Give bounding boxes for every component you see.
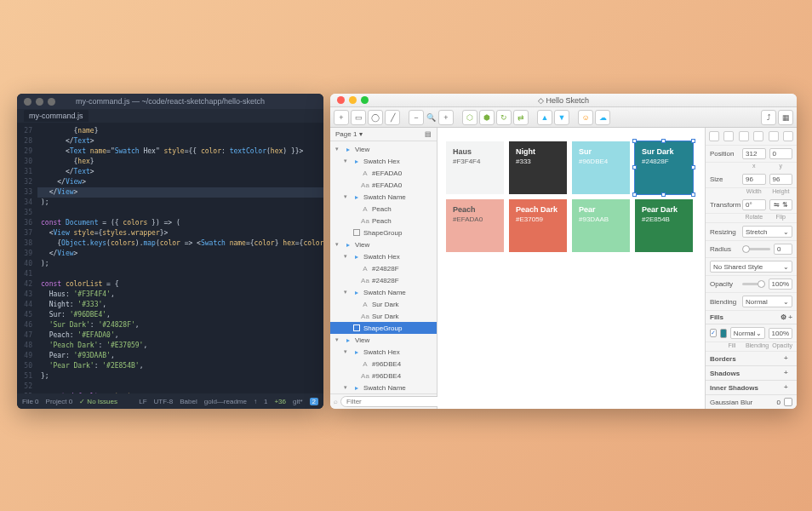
rotate-field[interactable]: 0° bbox=[742, 199, 766, 210]
shape-oval-button[interactable]: ◯ bbox=[368, 110, 383, 125]
layer-row[interactable]: ▾▸Swatch Name bbox=[330, 191, 437, 203]
layer-row[interactable]: ▾▸View bbox=[330, 238, 437, 250]
swatch[interactable]: Peach Dark#E37059 bbox=[509, 199, 567, 252]
layer-row[interactable]: Aa#24828F bbox=[330, 274, 437, 286]
add-fill-button[interactable]: + bbox=[788, 313, 792, 321]
height-field[interactable]: 96 bbox=[769, 174, 793, 185]
borders-section[interactable]: Borders+ bbox=[706, 352, 797, 366]
align-bottom-button[interactable] bbox=[783, 131, 793, 141]
shared-style-select[interactable]: No Shared Style⌄ bbox=[710, 261, 792, 273]
add-border-button[interactable]: + bbox=[784, 354, 792, 363]
layer-row[interactable]: AaPeach bbox=[330, 215, 437, 227]
fill-color-swatch[interactable] bbox=[720, 329, 727, 338]
layer-row[interactable]: ShapeGroup bbox=[330, 322, 437, 334]
layer-row[interactable]: ▾▸Swatch Name bbox=[330, 382, 437, 393]
zoom-out-button[interactable]: − bbox=[409, 110, 424, 125]
opacity-field[interactable]: 100% bbox=[769, 278, 792, 290]
swatch[interactable]: Peach#EFADA0 bbox=[446, 199, 504, 252]
layer-row[interactable]: APeach bbox=[330, 203, 437, 215]
status-project[interactable]: Project 0 bbox=[46, 398, 73, 405]
layer-row[interactable]: ▾▸Swatch Hex bbox=[330, 346, 437, 358]
forward-button[interactable]: ▲ bbox=[537, 110, 552, 125]
swatch[interactable]: Pear Dark#2E854B bbox=[635, 199, 693, 252]
layer-row[interactable]: A#EFADA0 bbox=[330, 167, 437, 179]
position-x-field[interactable]: 312 bbox=[742, 148, 766, 159]
width-field[interactable]: 96 bbox=[742, 174, 766, 185]
shape-rect-button[interactable]: ▭ bbox=[351, 110, 366, 125]
page-name[interactable]: Page 1 bbox=[335, 130, 357, 138]
shape-line-button[interactable]: ╱ bbox=[385, 110, 400, 125]
layer-row[interactable]: ASur Dark bbox=[330, 298, 437, 310]
mirror-button[interactable]: ☺ bbox=[578, 110, 593, 125]
layer-row[interactable]: Aa#EFADA0 bbox=[330, 179, 437, 191]
shadows-section[interactable]: Shadows+ bbox=[706, 366, 797, 381]
gaussian-checkbox[interactable] bbox=[784, 398, 792, 406]
layer-row[interactable]: AaSur Dark bbox=[330, 310, 437, 322]
layer-panel-header[interactable]: Page 1 ▾ ▤ bbox=[330, 128, 437, 141]
align-left-button[interactable] bbox=[709, 131, 719, 141]
view-button[interactable]: ▦ bbox=[778, 110, 793, 125]
align-middle-button[interactable] bbox=[769, 131, 779, 141]
status-git-branch[interactable]: git* bbox=[293, 398, 303, 405]
canvas[interactable]: Haus#F3F4F4Night#333Sur#96DBE4Sur Dark#2… bbox=[437, 128, 705, 409]
status-line-ending[interactable]: LF bbox=[139, 398, 146, 405]
layer-row[interactable]: ▾▸View bbox=[330, 334, 437, 346]
fill-opacity-field[interactable]: 100% bbox=[769, 328, 792, 339]
editor-titlebar[interactable]: my-command.js — ~/code/react-sketchapp/h… bbox=[17, 94, 323, 109]
export-button[interactable]: ⤴ bbox=[761, 110, 776, 125]
position-y-field[interactable]: 0 bbox=[769, 148, 793, 159]
align-top-button[interactable] bbox=[753, 131, 763, 141]
insert-button[interactable]: + bbox=[334, 110, 349, 125]
swatch[interactable]: Sur#96DBE4 bbox=[572, 141, 630, 194]
editor-body[interactable]: 2728293031323334353637383940414243444546… bbox=[17, 123, 323, 393]
filter-input[interactable] bbox=[340, 396, 449, 407]
status-linter[interactable]: 2 bbox=[310, 398, 318, 405]
add-inner-shadow-button[interactable]: + bbox=[784, 383, 792, 392]
layer-row[interactable]: Aa#96DBE4 bbox=[330, 370, 437, 382]
layer-row[interactable]: ▾▸Swatch Name bbox=[330, 286, 437, 298]
layer-tree[interactable]: ▾▸View▾▸Swatch HexA#EFADA0Aa#EFADA0▾▸Swa… bbox=[330, 141, 437, 393]
radius-field[interactable]: 0 bbox=[774, 244, 792, 255]
radius-slider[interactable] bbox=[742, 248, 770, 250]
cloud-button[interactable]: ☁ bbox=[595, 110, 610, 125]
fill-blend-select[interactable]: Normal⌄ bbox=[730, 327, 765, 339]
status-gold-readme[interactable]: gold—readme bbox=[204, 398, 247, 405]
sketch-titlebar[interactable]: ◇ Hello Sketch bbox=[330, 94, 797, 107]
add-shadow-button[interactable]: + bbox=[784, 369, 792, 377]
swatch[interactable]: Pear#93DAAB bbox=[572, 199, 630, 252]
ungroup-button[interactable]: ⬢ bbox=[479, 110, 495, 125]
align-center-button[interactable] bbox=[723, 131, 734, 141]
layer-row[interactable]: A#24828F bbox=[330, 262, 437, 274]
layer-row[interactable]: A#96DBE4 bbox=[330, 358, 437, 370]
status-file[interactable]: File 0 bbox=[22, 398, 39, 405]
inner-shadows-section[interactable]: Inner Shadows+ bbox=[706, 381, 797, 395]
editor-tab[interactable]: my-command.js bbox=[24, 110, 89, 122]
swatch[interactable]: Haus#F3F4F4 bbox=[446, 141, 504, 194]
swatch[interactable]: Sur Dark#24828F bbox=[635, 141, 693, 194]
page-menu-icon[interactable]: ▤ bbox=[425, 130, 432, 138]
layer-row[interactable]: ▾▸Swatch Hex bbox=[330, 250, 437, 262]
status-issues[interactable]: ✓ No Issues bbox=[79, 398, 117, 405]
flip-button[interactable]: ⇄ bbox=[513, 110, 529, 125]
group-button[interactable]: ⬡ bbox=[462, 110, 477, 125]
resizing-select[interactable]: Stretch⌄ bbox=[742, 226, 792, 238]
status-syntax[interactable]: Babel bbox=[180, 398, 197, 405]
layer-row[interactable]: ▾▸Swatch Hex bbox=[330, 155, 437, 167]
zoom-in-button[interactable]: + bbox=[438, 110, 454, 125]
gear-icon[interactable]: ⚙ bbox=[781, 313, 786, 321]
layer-row[interactable]: ▾▸View bbox=[330, 143, 437, 155]
fill-checkbox[interactable]: ✓ bbox=[710, 329, 717, 337]
blending-select[interactable]: Normal⌄ bbox=[742, 296, 792, 307]
align-right-button[interactable] bbox=[739, 131, 749, 141]
code-area[interactable]: {name} </Text> <Text name="Swatch Hex" s… bbox=[37, 123, 323, 393]
swatch[interactable]: Night#333 bbox=[509, 141, 567, 194]
fills-section[interactable]: Fills ⚙ + bbox=[706, 311, 797, 324]
status-git-changes[interactable]: +36 bbox=[274, 398, 286, 405]
rotate-button[interactable]: ↻ bbox=[496, 110, 512, 125]
layer-row[interactable]: ShapeGroup bbox=[330, 227, 437, 238]
opacity-slider[interactable] bbox=[742, 283, 765, 285]
status-git-up[interactable]: 1 bbox=[264, 398, 267, 405]
backward-button[interactable]: ▼ bbox=[554, 110, 569, 125]
status-encoding[interactable]: UTF-8 bbox=[154, 398, 174, 405]
flip-buttons[interactable]: ⇋⇅ bbox=[769, 199, 793, 210]
